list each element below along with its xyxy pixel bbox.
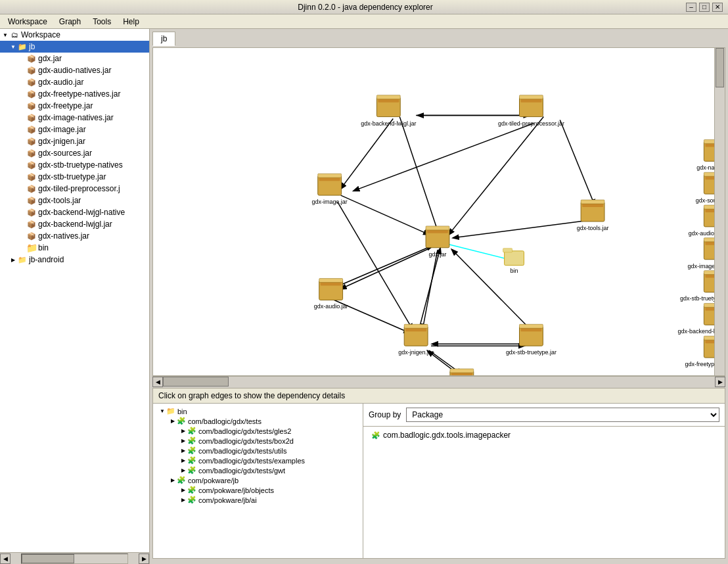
- sidebar-item-gdx-image[interactable]: 📦 gdx-image.jar: [0, 124, 149, 135]
- sidebar-item-gdx-stb[interactable]: 📦 gdx-stb-truetype.jar: [0, 171, 149, 183]
- btree-item-1[interactable]: 🧩 com/badlogic/gdx/tests/gles2: [156, 426, 360, 436]
- sidebar-hscroll-track[interactable]: [21, 553, 128, 564]
- svg-line-10: [338, 202, 413, 329]
- sidebar-item-gdx-audio[interactable]: 📦 gdx-audio.jar: [0, 76, 149, 88]
- graph-vscrollbar[interactable]: [714, 48, 725, 375]
- sidebar-item-jb[interactable]: 📁 jb: [0, 41, 149, 53]
- sidebar-item-bin[interactable]: 📁 bin: [0, 242, 149, 254]
- sidebar-item-gdx-tiled[interactable]: 📦 gdx-tiled-preprocessor.j: [0, 183, 149, 195]
- node-gdx-jnigen[interactable]: gdx-jnigen.jar: [398, 324, 434, 356]
- groupby-select[interactable]: Package Class Module: [406, 408, 719, 422]
- menu-graph[interactable]: Graph: [54, 16, 86, 28]
- expand-jb-android-icon[interactable]: [9, 256, 17, 264]
- btree-item-4[interactable]: 🧩 com/badlogic/gdx/tests/examples: [156, 456, 360, 465]
- btree-item-2[interactable]: 🧩 com/badlogic/gdx/tests/box2d: [156, 436, 360, 446]
- btree-expand-icon-0[interactable]: [169, 417, 177, 425]
- node-gdx-audio[interactable]: gdx-audio.jar: [314, 279, 348, 310]
- close-button[interactable]: ✕: [712, 3, 723, 12]
- sidebar-workspace-label: Workspace: [20, 30, 60, 39]
- btree-item-6[interactable]: 🧩 com/pokware/jb: [156, 475, 360, 485]
- package-list: 🧩 com.badlogic.gdx.tools.imagepacker: [363, 427, 725, 558]
- node-gdx-tools[interactable]: gdx-tools.jar: [577, 200, 609, 231]
- node-gdx-stb-truetype[interactable]: gdx-stb-truetype.jar: [506, 324, 557, 356]
- btree-expand-icon-4[interactable]: [179, 457, 187, 465]
- sidebar-scrollbar[interactable]: ◀ ▶: [0, 552, 149, 564]
- main-layout: 🗂 Workspace 📁 jb 📦 gdx.jar 📦 gdx-audio-n…: [0, 29, 728, 564]
- sidebar-hscroll-thumb[interactable]: [22, 554, 74, 563]
- menu-workspace[interactable]: Workspace: [3, 16, 53, 28]
- sidebar-scroll-right-button[interactable]: ▶: [139, 553, 149, 564]
- graph-hscroll-right-button[interactable]: ▶: [715, 377, 725, 387]
- sidebar-item-jb-android[interactable]: 📁 jb-android: [0, 254, 149, 266]
- graph-hscrollbar[interactable]: ◀ ▶: [152, 376, 725, 387]
- graph-hscroll-thumb[interactable]: [163, 377, 229, 387]
- sidebar-item-gdx-backend-lwjgl[interactable]: 📦 gdx-backend-lwjgl.jar: [0, 218, 149, 230]
- sidebar-item-gdx-image-natives[interactable]: 📦 gdx-image-natives.jar: [0, 112, 149, 124]
- sidebar-item-gdx-freetype[interactable]: 📦 gdx-freetype.jar: [0, 100, 149, 112]
- btree-pkg-icon-2: 🧩: [187, 436, 196, 445]
- btree-expand-icon-1[interactable]: [179, 427, 187, 435]
- window-controls[interactable]: – □ ✕: [686, 3, 723, 12]
- btree-expand-icon-3[interactable]: [179, 447, 187, 455]
- svg-rect-50: [404, 324, 428, 328]
- node-gdx-image[interactable]: gdx-image.jar: [312, 174, 348, 205]
- sidebar-scroll-left-button[interactable]: ◀: [0, 553, 11, 564]
- btree-expand-bin-icon[interactable]: [158, 408, 166, 415]
- btree-root-bin[interactable]: 📁 bin: [156, 406, 360, 416]
- btree-expand-icon-2[interactable]: [179, 437, 187, 445]
- tab-jb[interactable]: jb: [152, 32, 175, 46]
- sidebar-item-gdx-jnigen[interactable]: 📦 gdx-jnigen.jar: [0, 135, 149, 147]
- btree-item-7[interactable]: 🧩 com/pokware/jb/objects: [156, 485, 360, 495]
- btree-item-0[interactable]: 🧩 com/badlogic/gdx/tests: [156, 416, 360, 426]
- package-label-0: com.badlogic.gdx.tools.imagepacker: [383, 431, 511, 440]
- node-bin[interactable]: bin: [503, 248, 524, 274]
- sidebar-item-gdx-freetype-natives[interactable]: 📦 gdx-freetype-natives.jar: [0, 88, 149, 100]
- btree-item-3[interactable]: 🧩 com/badlogic/gdx/tests/utils: [156, 446, 360, 456]
- btree-item-5[interactable]: 🧩 com/badlogic/gdx/tests/gwt: [156, 465, 360, 475]
- menu-help[interactable]: Help: [118, 16, 145, 28]
- btree-pkg-icon-7: 🧩: [187, 486, 196, 494]
- sidebar-item-gdx-jar[interactable]: 📦 gdx.jar: [0, 53, 149, 64]
- minimize-button[interactable]: –: [686, 3, 696, 12]
- btree-expand-icon-8[interactable]: [179, 496, 187, 504]
- menu-tools[interactable]: Tools: [87, 16, 116, 28]
- btree-expand-icon-7[interactable]: [179, 486, 187, 494]
- sidebar-item-gdx-stb-natives[interactable]: 📦 gdx-stb-truetype-natives: [0, 159, 149, 171]
- svg-line-19: [453, 220, 595, 238]
- btree-expand-icon-6[interactable]: [169, 477, 177, 484]
- sidebar-item-gdx-sources[interactable]: 📦 gdx-sources.jar: [0, 147, 149, 159]
- sidebar-item-gdx-backend-native[interactable]: 📦 gdx-backend-lwjgl-native: [0, 206, 149, 218]
- expand-workspace-icon[interactable]: [1, 31, 9, 39]
- sidebar-item-gdx-audio-natives[interactable]: 📦 gdx-audio-natives.jar: [0, 64, 149, 76]
- gdx-image-natives-icon: 📦: [26, 112, 37, 123]
- btree-item-8[interactable]: 🧩 com/pokware/jb/ai: [156, 495, 360, 505]
- btree-expand-icon-5[interactable]: [179, 467, 187, 475]
- gdx-audio-icon: 📦: [26, 77, 37, 87]
- svg-text:bin: bin: [511, 268, 518, 274]
- node-gdx-tiled-preprocessor[interactable]: gdx-tiled-preprocessor.jar: [498, 95, 564, 127]
- svg-text:gdx-audio.jar: gdx-audio.jar: [314, 303, 348, 310]
- svg-text:gdx-stb-truetype.jar: gdx-stb-truetype.jar: [506, 349, 557, 356]
- graph-vscroll-thumb[interactable]: [716, 48, 724, 87]
- sidebar-gdx-freetype-natives-label: gdx-freetype-natives.jar: [37, 89, 120, 99]
- graph-area[interactable]: gdx-backend-lwjgl.jar gdx-tiled-preproce…: [152, 47, 725, 376]
- svg-rect-58: [450, 369, 474, 373]
- svg-text:gdx-backend-lwjgl.jar: gdx-backend-lwjgl.jar: [361, 120, 416, 127]
- expand-jb-icon[interactable]: [9, 43, 17, 51]
- maximize-button[interactable]: □: [699, 3, 710, 12]
- groupby-row: Group by Package Class Module: [363, 404, 725, 427]
- graph-hscroll-left-button[interactable]: ◀: [152, 377, 163, 387]
- sidebar-item-gdx-tools[interactable]: 📦 gdx-tools.jar: [0, 195, 149, 206]
- sidebar-item-workspace[interactable]: 🗂 Workspace: [0, 29, 149, 41]
- node-gdx-backend-lwjgl[interactable]: gdx-backend-lwjgl.jar: [361, 95, 416, 127]
- graph-hscroll-track[interactable]: [163, 377, 715, 387]
- node-gdx-freetype[interactable]: gdx-freetype.jar: [442, 369, 482, 375]
- gdx-jar-icon: 📦: [26, 53, 37, 64]
- gdx-tools-icon: 📦: [26, 195, 37, 206]
- package-item-0[interactable]: 🧩 com.badlogic.gdx.tools.imagepacker: [366, 429, 722, 441]
- svg-line-3: [341, 119, 394, 189]
- gdx-audio-natives-icon: 📦: [26, 65, 37, 76]
- svg-text:gdx-tools.jar: gdx-tools.jar: [577, 225, 609, 231]
- sidebar-item-gdx-natives[interactable]: 📦 gdx-natives.jar: [0, 230, 149, 242]
- node-gdx-jar[interactable]: gdx.jar: [426, 226, 449, 258]
